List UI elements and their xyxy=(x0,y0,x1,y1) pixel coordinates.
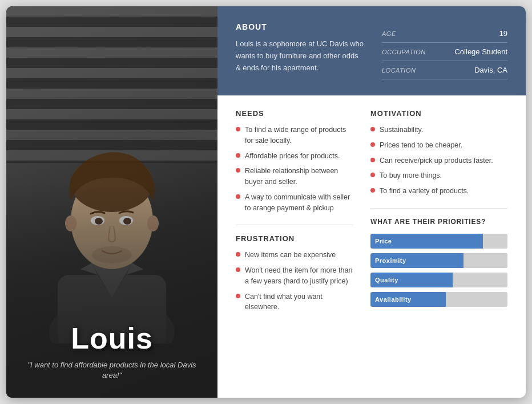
priority-row-quality: Quality xyxy=(370,273,507,287)
priority-row-availability: Availability xyxy=(370,292,507,307)
bullet-icon xyxy=(236,127,240,131)
bullet-icon xyxy=(236,153,240,158)
bullet-icon xyxy=(370,158,375,162)
about-right: AGE 19 OCCUPATION College Student LOCATI… xyxy=(382,22,507,79)
right-column: MOTIVATION Sustainability. Prices tend t… xyxy=(370,109,507,384)
needs-section: NEEDS To find a wide range of products f… xyxy=(236,109,353,213)
about-section: ABOUT Louis is a sophomore at UC Davis w… xyxy=(217,6,526,95)
bullet-icon xyxy=(370,173,375,177)
list-item: To buy more things. xyxy=(370,170,507,181)
list-item: Can't find what you want elsewhere. xyxy=(236,291,353,313)
priority-label-availability: Availability xyxy=(375,296,412,303)
needs-item-2: Affordable prices for products. xyxy=(245,151,340,162)
occupation-value: College Student xyxy=(454,47,507,56)
needs-title: NEEDS xyxy=(236,109,353,118)
age-row: AGE 19 xyxy=(382,25,507,43)
about-title: ABOUT xyxy=(236,22,365,31)
person-info: Louis "I want to find affordable product… xyxy=(6,310,217,398)
priority-label-price: Price xyxy=(375,238,392,245)
location-value: Davis, CA xyxy=(474,66,507,74)
list-item: Prices tend to be cheaper. xyxy=(370,140,507,151)
frustration-list: New items can be expensive Won't need th… xyxy=(236,250,353,313)
age-value: 19 xyxy=(499,29,507,38)
list-item: To find a wide range of products for sal… xyxy=(236,125,353,146)
motivation-item-5: To find a variety of products. xyxy=(380,186,469,197)
motivation-item-3: Can receive/pick up products faster. xyxy=(380,155,493,166)
priority-bar-price: Price xyxy=(370,234,507,249)
list-item: A way to communicate with seller to aran… xyxy=(236,192,353,214)
occupation-row: OCCUPATION College Student xyxy=(382,43,507,61)
motivation-list: Sustainability. Prices tend to be cheape… xyxy=(370,125,507,197)
bullet-icon xyxy=(236,168,240,173)
left-column: NEEDS To find a wide range of products f… xyxy=(236,109,353,384)
priority-label-quality: Quality xyxy=(375,277,398,283)
bullet-icon xyxy=(236,194,240,199)
section-divider xyxy=(236,225,353,225)
priority-bar-proximity: Proximity xyxy=(370,253,507,268)
needs-item-4: A way to communicate with seller to aran… xyxy=(245,192,353,214)
list-item: New items can be expensive xyxy=(236,250,353,261)
bullet-icon xyxy=(236,267,240,272)
motivation-title: MOTIVATION xyxy=(370,109,507,118)
motivation-item-4: To buy more things. xyxy=(380,170,442,181)
left-panel: Louis "I want to find affordable product… xyxy=(6,6,217,398)
needs-item-1: To find a wide range of products for sal… xyxy=(245,125,353,146)
about-left: ABOUT Louis is a sophomore at UC Davis w… xyxy=(236,22,365,79)
priorities-section: WHAT ARE THEIR PRIORITIES? Price Proximi… xyxy=(370,218,507,307)
frustration-item-1: New items can be expensive xyxy=(245,250,336,261)
frustration-item-3: Can't find what you want elsewhere. xyxy=(245,291,353,313)
needs-list: To find a wide range of products for sal… xyxy=(236,125,353,213)
priority-bar-quality: Quality xyxy=(370,273,507,287)
priority-label-proximity: Proximity xyxy=(375,257,406,264)
section-divider-2 xyxy=(370,208,507,209)
bullet-icon xyxy=(370,127,375,131)
right-panel: ABOUT Louis is a sophomore at UC Davis w… xyxy=(217,6,526,398)
list-item: Won't need the item for more than a few … xyxy=(236,265,353,287)
needs-item-3: Reliable relationship between buyer and … xyxy=(245,166,353,187)
motivation-section: MOTIVATION Sustainability. Prices tend t… xyxy=(370,109,507,197)
person-quote: "I want to find affordable products in t… xyxy=(23,360,200,381)
person-name: Louis xyxy=(23,321,200,355)
frustration-section: FRUSTRATION New items can be expensive W… xyxy=(236,234,353,313)
persona-card: Louis "I want to find affordable product… xyxy=(6,6,526,398)
priority-row-proximity: Proximity xyxy=(370,253,507,268)
location-row: LOCATION Davis, CA xyxy=(382,61,507,79)
list-item: To find a variety of products. xyxy=(370,186,507,197)
frustration-title: FRUSTRATION xyxy=(236,234,353,243)
priority-fill-price: Price xyxy=(370,234,483,249)
priority-bar-availability: Availability xyxy=(370,292,507,307)
priority-fill-quality: Quality xyxy=(370,273,453,287)
list-item: Sustainability. xyxy=(370,125,507,135)
list-item: Can receive/pick up products faster. xyxy=(370,155,507,166)
priority-fill-availability: Availability xyxy=(370,292,446,307)
occupation-label: OCCUPATION xyxy=(382,49,426,55)
motivation-item-1: Sustainability. xyxy=(380,125,423,135)
bullet-icon xyxy=(236,294,240,298)
age-label: AGE xyxy=(382,30,396,37)
motivation-item-2: Prices tend to be cheaper. xyxy=(380,140,462,151)
bullet-icon xyxy=(370,188,375,193)
about-description: Louis is a sophomore at UC Davis who wan… xyxy=(236,38,365,74)
list-item: Reliable relationship between buyer and … xyxy=(236,166,353,187)
list-item: Affordable prices for products. xyxy=(236,151,353,162)
priority-fill-proximity: Proximity xyxy=(370,253,464,268)
frustration-item-2: Won't need the item for more than a few … xyxy=(245,265,353,287)
bullet-icon xyxy=(236,252,240,257)
priorities-title: WHAT ARE THEIR PRIORITIES? xyxy=(370,218,507,226)
priority-row-price: Price xyxy=(370,234,507,249)
location-label: LOCATION xyxy=(382,67,416,74)
main-content: NEEDS To find a wide range of products f… xyxy=(217,95,526,398)
bullet-icon xyxy=(370,142,375,147)
